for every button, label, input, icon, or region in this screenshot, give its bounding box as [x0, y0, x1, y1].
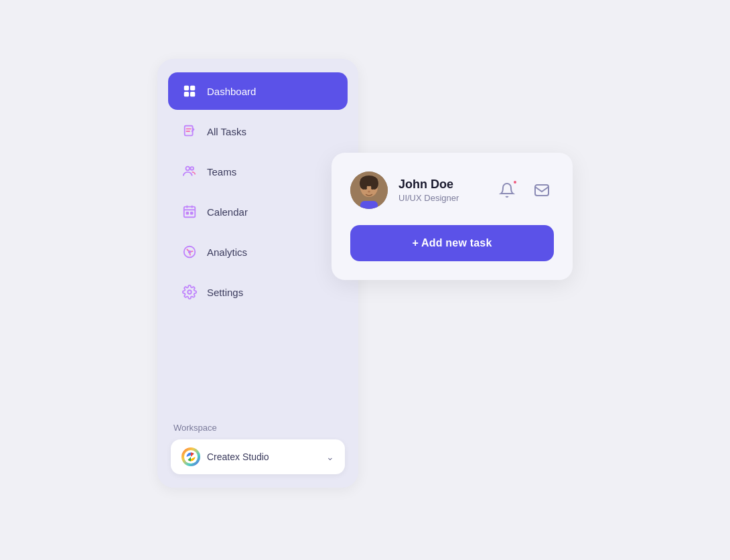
chevron-down-icon: ⌄: [326, 451, 334, 462]
workspace-name: Createx Studio: [207, 451, 319, 462]
avatar: [350, 171, 388, 209]
svg-rect-1: [190, 86, 195, 90]
sidebar-item-calendar-label: Calendar: [207, 206, 248, 218]
settings-icon: [181, 284, 198, 300]
sidebar-item-analytics[interactable]: Analytics: [168, 233, 348, 271]
svg-rect-23: [535, 185, 549, 196]
notification-badge: [512, 180, 518, 185]
profile-card: John Doe UI/UX Designer: [332, 153, 573, 280]
teams-icon: [181, 163, 198, 180]
analytics-icon: [181, 244, 198, 260]
svg-point-12: [188, 290, 192, 294]
all-tasks-icon: [181, 123, 198, 139]
sidebar-item-all-tasks[interactable]: All Tasks: [168, 113, 348, 150]
message-button[interactable]: [530, 178, 554, 202]
sidebar-item-teams-label: Teams: [207, 166, 236, 178]
add-task-button[interactable]: + Add new task: [350, 225, 554, 261]
workspace-dropdown[interactable]: Createx Studio ⌄: [171, 439, 345, 474]
sidebar-item-all-tasks-label: All Tasks: [207, 126, 246, 137]
sidebar-item-teams[interactable]: Teams: [168, 153, 348, 190]
svg-point-6: [190, 167, 194, 170]
svg-rect-7: [184, 207, 196, 218]
sidebar-item-analytics-label: Analytics: [207, 247, 247, 258]
svg-rect-8: [186, 212, 188, 214]
svg-rect-2: [184, 92, 189, 96]
profile-info: John Doe UI/UX Designer: [398, 178, 484, 203]
workspace-section: Workspace Createx Studio ⌄: [168, 423, 348, 474]
sidebar-item-settings[interactable]: Settings: [168, 273, 348, 311]
profile-header: John Doe UI/UX Designer: [350, 171, 554, 209]
notification-button[interactable]: [495, 178, 519, 202]
svg-point-11: [189, 251, 191, 253]
svg-rect-3: [190, 92, 195, 96]
dashboard-icon: [181, 83, 198, 99]
calendar-icon: [181, 204, 198, 220]
svg-point-5: [186, 167, 190, 171]
workspace-logo: [181, 447, 200, 466]
sidebar-item-dashboard[interactable]: Dashboard: [168, 72, 348, 110]
profile-name: John Doe: [398, 178, 484, 192]
profile-role: UI/UX Designer: [398, 193, 484, 203]
sidebar-item-calendar[interactable]: Calendar: [168, 193, 348, 230]
sidebar-panel: Dashboard All Tasks: [157, 59, 358, 488]
avatar-image: [350, 171, 388, 209]
svg-rect-0: [184, 86, 189, 90]
svg-point-20: [371, 187, 374, 190]
sidebar-item-settings-label: Settings: [207, 287, 243, 298]
workspace-label: Workspace: [171, 423, 345, 433]
sidebar-item-dashboard-label: Dashboard: [207, 86, 256, 97]
svg-point-19: [364, 187, 367, 190]
svg-point-21: [368, 191, 370, 193]
svg-rect-9: [191, 212, 193, 214]
profile-actions: [495, 178, 554, 202]
svg-rect-22: [360, 201, 378, 209]
